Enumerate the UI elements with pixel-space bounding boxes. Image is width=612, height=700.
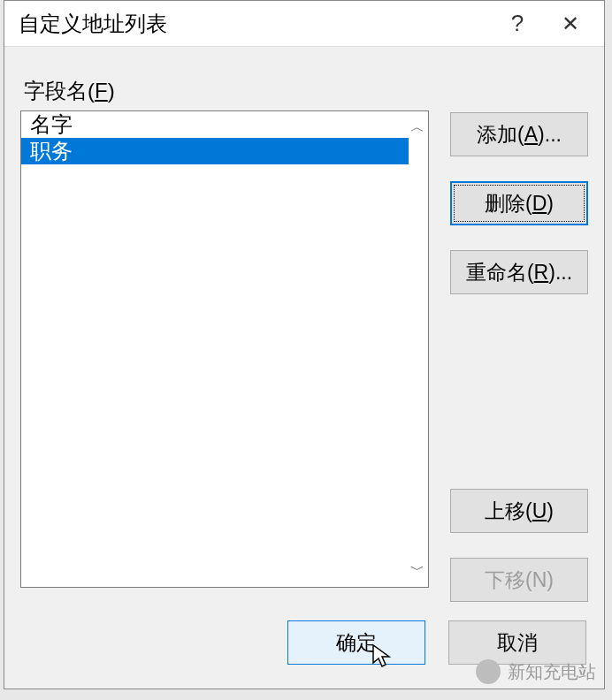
field-listbox[interactable]: 名字 职务 ︿ ﹀ [20, 110, 429, 588]
move-down-button: 下移(N) [450, 558, 588, 602]
mid-row: 名字 职务 ︿ ﹀ 添加(A)... 删除(D) 重命名(R)... 上移( [20, 110, 588, 602]
move-up-button[interactable]: 上移(U) [450, 489, 588, 533]
list-item[interactable]: 名字 [21, 111, 409, 138]
label-post: ) [108, 79, 115, 103]
close-button[interactable]: ✕ [544, 2, 597, 46]
titlebar: 自定义地址列表 ? ✕ [4, 1, 604, 47]
scroll-down-icon[interactable]: ﹀ [410, 561, 425, 580]
cancel-button[interactable]: 取消 [448, 620, 586, 665]
side-buttons: 添加(A)... 删除(D) 重命名(R)... 上移(U) 下移(N) [450, 110, 588, 602]
label-pre: 字段名( [24, 79, 95, 103]
footer-buttons: 确定 取消 [20, 611, 588, 674]
field-name-label: 字段名(F) [24, 77, 588, 105]
spacer [450, 319, 588, 464]
dialog-window: 自定义地址列表 ? ✕ 字段名(F) 名字 职务 ︿ ﹀ 添加(A)... 删除 [4, 0, 605, 689]
list-item[interactable]: 职务 [21, 138, 409, 164]
rename-button[interactable]: 重命名(R)... [450, 250, 588, 294]
add-button[interactable]: 添加(A)... [450, 112, 588, 156]
scroll-up-icon[interactable]: ︿ [410, 118, 425, 137]
dialog-body: 字段名(F) 名字 职务 ︿ ﹀ 添加(A)... 删除(D) 重命名(R) [4, 47, 604, 689]
delete-button[interactable]: 删除(D) [450, 181, 588, 225]
help-button[interactable]: ? [491, 2, 544, 46]
ok-button[interactable]: 确定 [287, 620, 425, 665]
label-accel: F [95, 79, 108, 103]
dialog-title: 自定义地址列表 [19, 10, 491, 38]
